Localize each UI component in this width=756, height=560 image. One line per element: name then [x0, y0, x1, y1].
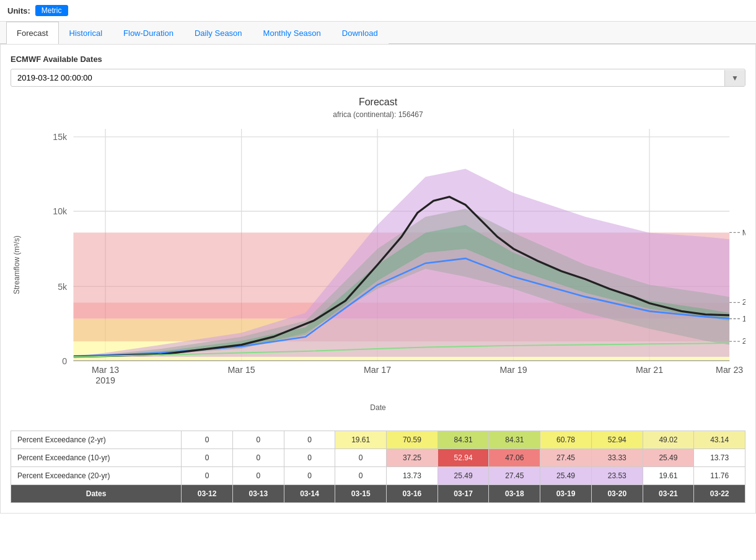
ecmwf-section: ECMWF Available Dates ▼ [11, 55, 745, 87]
table-cell: 70.59 [387, 431, 438, 448]
date-select-wrapper[interactable]: ▼ [11, 69, 745, 87]
table-cell: 0 [284, 448, 335, 466]
date-header-03-21: 03-21 [643, 484, 694, 502]
date-header-03-13: 03-13 [232, 484, 284, 502]
ecmwf-title: ECMWF Available Dates [11, 55, 745, 64]
table-cell: 0 [335, 448, 387, 466]
content-area: ECMWF Available Dates ▼ Forecast africa … [0, 44, 756, 514]
chart-subtitle: africa (continental): 156467 [11, 110, 745, 119]
table-cell: 25.49 [437, 466, 489, 484]
x-axis-label: Date [11, 403, 745, 412]
svg-text:20-yr (3904.4): 20-yr (3904.4) [742, 297, 745, 307]
metric-button[interactable]: Metric [35, 5, 68, 16]
table-cell: 27.45 [540, 448, 592, 466]
tab-bar: ForecastHistoricalFlow-DurationDaily Sea… [0, 22, 756, 44]
table-cell: 0 [182, 466, 233, 484]
date-header-03-14: 03-14 [284, 484, 335, 502]
date-header-03-19: 03-19 [540, 484, 592, 502]
svg-text:5k: 5k [58, 282, 68, 292]
table-cell: 0 [232, 466, 284, 484]
dates-header: Dates [11, 484, 182, 502]
date-header-03-15: 03-15 [335, 484, 387, 502]
svg-text:10k: 10k [53, 206, 68, 216]
svg-text:Mar 19: Mar 19 [499, 365, 527, 375]
chart-container: Forecast africa (continental): 156467 St… [11, 97, 745, 412]
tab-historical[interactable]: Historical [59, 22, 113, 44]
date-header-03-22: 03-22 [694, 484, 745, 502]
table-cell: 0 [284, 466, 335, 484]
units-label: Units: [7, 6, 30, 15]
table-cell: 60.78 [540, 431, 592, 448]
date-header-03-17: 03-17 [437, 484, 489, 502]
tab-monthly-season[interactable]: Monthly Season [253, 22, 332, 44]
svg-text:Max. (8590.0): Max. (8590.0) [742, 228, 745, 237]
table-row: Percent Exceedance (10-yr)000037.2552.94… [11, 448, 745, 466]
table-cell: 52.94 [591, 431, 643, 448]
svg-text:Mar 21: Mar 21 [636, 365, 663, 375]
svg-text:Mar 17: Mar 17 [364, 365, 391, 375]
svg-text:Mar 15: Mar 15 [228, 365, 255, 375]
y-axis-label: Streamflow (m³/s) [11, 129, 23, 401]
table-cell: 47.06 [489, 448, 540, 466]
chart-svg: 0 5k 10k 15k [25, 129, 745, 401]
tab-download[interactable]: Download [332, 22, 389, 44]
row-label: Percent Exceedance (20-yr) [11, 466, 182, 484]
tab-daily-season[interactable]: Daily Season [184, 22, 253, 44]
table-cell: 0 [284, 431, 335, 448]
table-cell: 19.61 [335, 431, 387, 448]
table-cell: 37.25 [387, 448, 438, 466]
chart-area: Streamflow (m³/s) 0 5 [11, 129, 745, 401]
data-table: Percent Exceedance (2-yr)00019.6170.5984… [11, 431, 745, 503]
table-cell: 0 [335, 466, 387, 484]
units-bar: Units: Metric [0, 0, 756, 22]
svg-text:Mar 13: Mar 13 [92, 365, 119, 375]
table-cell: 19.61 [643, 466, 694, 484]
table-cell: 52.94 [437, 448, 489, 466]
chart-inner: 0 5k 10k 15k [25, 129, 745, 401]
svg-text:2-yr (1294.6): 2-yr (1294.6) [742, 336, 745, 346]
svg-text:10-yr (2818.1): 10-yr (2818.1) [742, 314, 745, 323]
table-cell: 84.31 [437, 431, 489, 448]
svg-text:Mar 23: Mar 23 [716, 365, 743, 375]
table-cell: 23.53 [591, 466, 643, 484]
date-header-03-18: 03-18 [489, 484, 540, 502]
table-cell: 25.49 [540, 466, 592, 484]
row-label: Percent Exceedance (2-yr) [11, 431, 182, 448]
date-select-input[interactable] [11, 69, 724, 86]
row-label: Percent Exceedance (10-yr) [11, 448, 182, 466]
table-cell: 84.31 [489, 431, 540, 448]
table-cell: 33.33 [591, 448, 643, 466]
table-cell: 43.14 [694, 431, 745, 448]
tab-forecast[interactable]: Forecast [6, 22, 59, 44]
table-cell: 13.73 [387, 466, 438, 484]
table-row: Percent Exceedance (2-yr)00019.6170.5984… [11, 431, 745, 448]
date-header-03-16: 03-16 [387, 484, 438, 502]
table-cell: 25.49 [643, 448, 694, 466]
svg-text:15k: 15k [53, 132, 68, 142]
chart-title: Forecast [11, 97, 745, 108]
date-header-03-20: 03-20 [591, 484, 643, 502]
tab-flow-duration[interactable]: Flow-Duration [113, 22, 184, 44]
date-header-03-12: 03-12 [182, 484, 233, 502]
svg-text:0: 0 [62, 356, 67, 366]
table-cell: 0 [232, 448, 284, 466]
date-select-arrow[interactable]: ▼ [724, 70, 745, 86]
table-cell: 27.45 [489, 466, 540, 484]
table-cell: 0 [182, 448, 233, 466]
table-cell: 0 [232, 431, 284, 448]
table-cell: 13.73 [694, 448, 745, 466]
table-cell: 0 [182, 431, 233, 448]
table-row: Percent Exceedance (20-yr)000013.7325.49… [11, 466, 745, 484]
table-cell: 49.02 [643, 431, 694, 448]
table-header-row: Dates03-1203-1303-1403-1503-1603-1703-18… [11, 484, 745, 502]
table-cell: 11.76 [694, 466, 745, 484]
svg-text:2019: 2019 [95, 375, 115, 385]
